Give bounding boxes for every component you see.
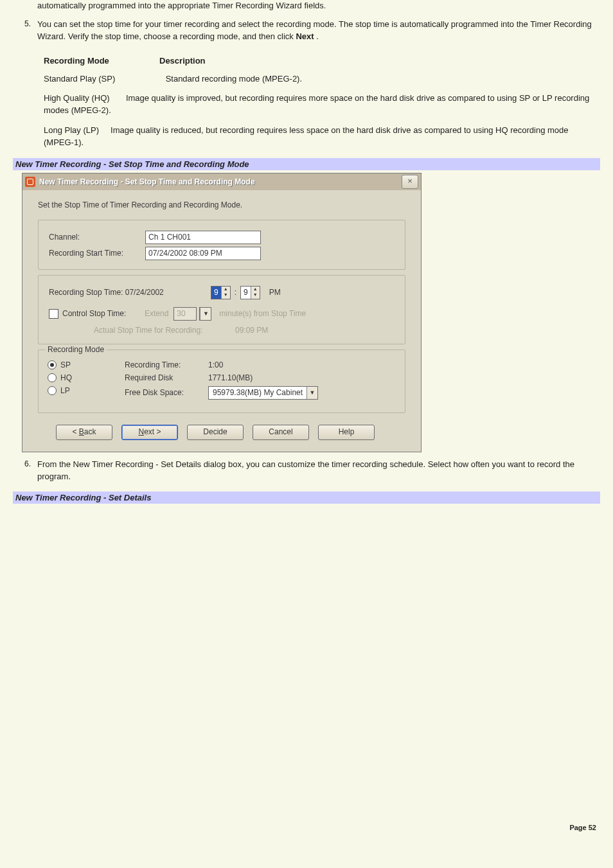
dialog-button-row: < Back Next > Decide Cancel Help bbox=[38, 413, 405, 440]
radio-lp[interactable] bbox=[48, 386, 57, 395]
required-disk-label: Required Disk bbox=[125, 373, 208, 382]
radio-lp-row[interactable]: LP bbox=[48, 386, 125, 395]
radio-hq-label: HQ bbox=[60, 373, 72, 382]
dialog-set-stop-time: New Timer Recording - Set Stop Time and … bbox=[22, 173, 422, 452]
stop-min-value: 9 bbox=[241, 287, 251, 299]
stop-ampm: PM bbox=[269, 288, 281, 297]
close-icon[interactable]: × bbox=[402, 175, 418, 189]
start-time-label: Recording Start Time: bbox=[49, 249, 145, 258]
radio-sp-label: SP bbox=[60, 360, 71, 369]
chevron-down-icon[interactable]: ▼ bbox=[221, 292, 230, 299]
step-6-number: 6. bbox=[24, 459, 31, 470]
radio-lp-label: LP bbox=[60, 386, 70, 395]
radio-hq[interactable] bbox=[48, 373, 57, 382]
mode-sp-desc: Standard recording mode (MPEG-2). bbox=[166, 74, 302, 84]
extend-value-input: 30 bbox=[173, 307, 197, 321]
radio-sp-row[interactable]: SP bbox=[48, 360, 125, 369]
lead-para: automatically programmed into the approp… bbox=[37, 0, 600, 12]
step-5-next: Next bbox=[296, 31, 314, 41]
stop-time-label: Recording Stop Time: 07/24/2002 bbox=[49, 288, 211, 297]
dialog-titlebar: New Timer Recording - Set Stop Time and … bbox=[22, 173, 421, 190]
extend-dropdown: ▼ bbox=[199, 307, 211, 321]
recording-mode-legend: Recording Mode bbox=[45, 345, 107, 354]
chevron-down-icon: ▼ bbox=[200, 308, 211, 320]
control-stop-time-label: Control Stop Time: bbox=[62, 309, 145, 318]
app-icon bbox=[25, 177, 35, 187]
extend-label: Extend bbox=[145, 309, 168, 318]
mode-lp-desc: Image quality is reduced, but recording … bbox=[44, 125, 569, 147]
th-description: Description bbox=[159, 56, 206, 66]
mode-row-lp: Long Play (LP) Image quality is reduced,… bbox=[44, 125, 600, 149]
free-disk-dropdown[interactable]: 95979.38(MB) My Cabinet ▼ bbox=[208, 386, 318, 400]
decide-button[interactable]: Decide bbox=[187, 425, 244, 440]
free-disk-value: 95979.38(MB) My Cabinet bbox=[209, 387, 306, 399]
recording-time-label: Recording Time: bbox=[125, 360, 208, 369]
stop-hour-spin[interactable]: 9 ▲▼ bbox=[211, 286, 231, 299]
chevron-up-icon[interactable]: ▲ bbox=[251, 287, 260, 293]
dialog-title: New Timer Recording - Set Stop Time and … bbox=[39, 177, 402, 186]
step-6: 6. From the New Timer Recording - Set De… bbox=[37, 459, 600, 483]
chevron-down-icon[interactable]: ▼ bbox=[306, 387, 317, 399]
time-sep: : bbox=[235, 288, 236, 297]
recording-time-value: 1:00 bbox=[208, 360, 223, 369]
mode-table-head: Recording Mode Description bbox=[44, 56, 600, 66]
start-time-input[interactable]: 07/24/2002 08:09 PM bbox=[145, 247, 261, 260]
back-button[interactable]: < Back bbox=[56, 425, 112, 440]
next-button[interactable]: Next > bbox=[121, 425, 178, 440]
channel-label: Channel: bbox=[49, 233, 145, 242]
chevron-down-icon[interactable]: ▼ bbox=[251, 292, 260, 299]
mode-lp-name: Long Play (LP) bbox=[44, 125, 99, 135]
required-disk-value: 1771.10(MB) bbox=[208, 373, 253, 382]
step-5-text-c: . bbox=[316, 31, 319, 41]
stop-hour-value: 9 bbox=[211, 287, 221, 299]
mode-hq-desc: Image quality is improved, but recording… bbox=[44, 93, 589, 115]
panel-stop-time: Recording Stop Time: 07/24/2002 9 ▲▼ : 9… bbox=[38, 275, 405, 344]
help-button[interactable]: Help bbox=[318, 425, 375, 440]
step-5-text-a: You can set the stop time for your timer… bbox=[37, 19, 592, 41]
stop-min-spin[interactable]: 9 ▲▼ bbox=[240, 286, 260, 299]
subhead-stop-time: New Timer Recording - Set Stop Time and … bbox=[13, 158, 600, 170]
step-5-number: 5. bbox=[24, 19, 31, 30]
chevron-up-icon[interactable]: ▲ bbox=[221, 287, 230, 293]
mode-row-sp: Standard Play (SP) Standard recording mo… bbox=[44, 73, 600, 85]
subhead-set-details: New Timer Recording - Set Details bbox=[13, 492, 600, 504]
channel-input[interactable]: Ch 1 CH001 bbox=[145, 231, 261, 244]
actual-stop-label: Actual Stop Time for Recording: bbox=[94, 326, 235, 335]
mode-sp-name: Standard Play (SP) bbox=[44, 73, 163, 85]
control-stop-time-checkbox[interactable] bbox=[49, 309, 58, 319]
actual-stop-value: 09:09 PM bbox=[235, 326, 268, 335]
free-disk-label: Free Disk Space: bbox=[125, 388, 208, 397]
mode-hq-name: High Quality (HQ) bbox=[44, 93, 110, 103]
step-5: 5. You can set the stop time for your ti… bbox=[37, 19, 600, 43]
radio-sp[interactable] bbox=[48, 360, 57, 369]
dialog-instruction: Set the Stop Time of Timer Recording and… bbox=[38, 200, 405, 209]
page-number: Page 52 bbox=[569, 824, 596, 831]
radio-hq-row[interactable]: HQ bbox=[48, 373, 125, 382]
fieldset-recording-mode: Recording Mode SP HQ LP bbox=[38, 350, 405, 413]
th-recording-mode: Recording Mode bbox=[44, 56, 159, 66]
panel-channel-start: Channel: Ch 1 CH001 Recording Start Time… bbox=[38, 220, 405, 270]
cancel-button[interactable]: Cancel bbox=[253, 425, 309, 440]
step-6-text: From the New Timer Recording - Set Detai… bbox=[37, 459, 574, 481]
extend-tail: minute(s) from Stop Time bbox=[219, 309, 306, 318]
mode-row-hq: High Quality (HQ) Image quality is impro… bbox=[44, 93, 600, 117]
